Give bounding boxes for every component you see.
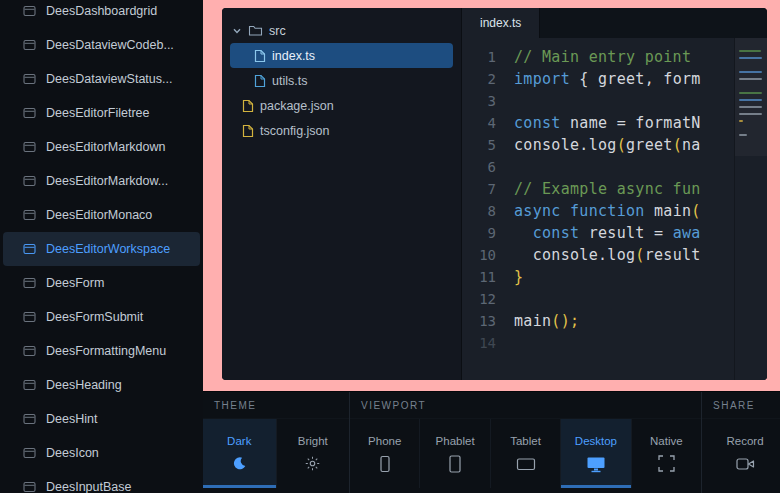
code-line: 7// Example async fun bbox=[462, 178, 733, 200]
story-icon bbox=[23, 175, 36, 187]
story-icon bbox=[23, 277, 36, 289]
story-icon bbox=[23, 447, 36, 459]
phone-button[interactable]: Phone bbox=[350, 419, 419, 488]
toolbar-group-share: SHARERecord bbox=[701, 392, 780, 493]
line-number: 9 bbox=[462, 225, 514, 241]
editor-workspace-preview: srcindex.tsutils.tspackage.jsontsconfig.… bbox=[222, 8, 767, 380]
line-number: 11 bbox=[462, 269, 514, 285]
sidebar-item-deesformattingmenu[interactable]: DeesFormattingMenu bbox=[3, 334, 200, 368]
minimap-mark bbox=[739, 50, 761, 52]
folder-icon bbox=[248, 24, 263, 37]
line-content: const name = formatN bbox=[514, 114, 733, 132]
editor-tab-index-ts[interactable]: index.ts bbox=[462, 8, 540, 38]
story-icon bbox=[23, 5, 36, 17]
tree-file-package-json[interactable]: package.json bbox=[230, 93, 453, 118]
sidebar-item-deesform[interactable]: DeesForm bbox=[3, 266, 200, 300]
phablet-button[interactable]: Phablet bbox=[419, 419, 489, 488]
story-icon bbox=[23, 413, 36, 425]
toolbar-buttons: PhonePhabletTabletDesktopNative bbox=[350, 419, 701, 488]
toolbar-button-label: Tablet bbox=[510, 435, 541, 447]
sidebar-item-label: DeesEditorMarkdown bbox=[46, 140, 166, 154]
sidebar-item-deesdataviewstatus[interactable]: DeesDataviewStatus... bbox=[3, 62, 200, 96]
toolbar-button-label: Record bbox=[726, 435, 763, 447]
minimap-mark bbox=[739, 113, 762, 115]
sidebar-item-deesheading[interactable]: DeesHeading bbox=[3, 368, 200, 402]
sidebar-list: DeesDashboardgridDeesDataviewCodeb...Dee… bbox=[0, 0, 203, 493]
tree-folder-src[interactable]: src bbox=[230, 18, 453, 43]
story-icon bbox=[23, 39, 36, 51]
sidebar-item-label: DeesEditorWorkspace bbox=[46, 242, 170, 256]
minimap[interactable] bbox=[734, 38, 767, 380]
desktop-button[interactable]: Desktop bbox=[560, 419, 630, 488]
chevron-down-icon bbox=[232, 26, 242, 36]
line-number: 14 bbox=[462, 335, 514, 351]
minimap-mark bbox=[739, 106, 762, 108]
sidebar-item-label: DeesFormSubmit bbox=[46, 310, 143, 324]
sidebar-item-deeseditormonaco[interactable]: DeesEditorMonaco bbox=[3, 198, 200, 232]
sidebar-item-deesdataviewcodeb[interactable]: DeesDataviewCodeb... bbox=[3, 28, 200, 62]
code-line: 13main(); bbox=[462, 310, 733, 332]
line-content: import { greet, form bbox=[514, 70, 733, 88]
toolbar-group-theme: THEMEDarkBright bbox=[203, 392, 349, 493]
sidebar-item-label: DeesHeading bbox=[46, 378, 122, 392]
minimap-mark bbox=[739, 99, 762, 101]
tree-file-tsconfig-json[interactable]: tsconfig.json bbox=[230, 118, 453, 143]
sidebar-item-label: DeesEditorFiletree bbox=[46, 106, 150, 120]
line-number: 5 bbox=[462, 137, 514, 153]
code-line: 1// Main entry point bbox=[462, 46, 733, 68]
code-line: 14 bbox=[462, 332, 733, 354]
line-number: 8 bbox=[462, 203, 514, 219]
sidebar-item-deeshint[interactable]: DeesHint bbox=[3, 402, 200, 436]
sidebar-item-deeseditormarkdow[interactable]: DeesEditorMarkdow... bbox=[3, 164, 200, 198]
sidebar-item-deeseditorfiletree[interactable]: DeesEditorFiletree bbox=[3, 96, 200, 130]
code-line: 5console.log(greet(na bbox=[462, 134, 733, 156]
line-number: 12 bbox=[462, 291, 514, 307]
code-line: 12 bbox=[462, 288, 733, 310]
file-tree: srcindex.tsutils.tspackage.jsontsconfig.… bbox=[222, 8, 462, 380]
toolbar-group-label: VIEWPORT bbox=[350, 392, 701, 419]
line-content: const result = awa bbox=[514, 224, 733, 242]
sidebar-item-deesformsubmit[interactable]: DeesFormSubmit bbox=[3, 300, 200, 334]
editor-tab-bar: index.ts bbox=[462, 8, 767, 38]
bright-button[interactable]: Bright bbox=[276, 419, 350, 488]
minimap-mark bbox=[739, 134, 747, 136]
record-button[interactable]: Record bbox=[710, 419, 780, 488]
toolbar-group-viewport: VIEWPORTPhonePhabletTabletDesktopNative bbox=[349, 392, 701, 493]
native-button[interactable]: Native bbox=[631, 419, 701, 488]
code-line: 9 const result = awa bbox=[462, 222, 733, 244]
toolbar-group-label: THEME bbox=[203, 392, 349, 419]
toolbar-button-label: Phablet bbox=[436, 435, 475, 447]
tree-item-label: src bbox=[269, 24, 286, 38]
sidebar-item-deesdashboardgrid[interactable]: DeesDashboardgrid bbox=[3, 0, 200, 28]
story-icon bbox=[23, 73, 36, 85]
tree-item-label: package.json bbox=[260, 99, 334, 113]
preview-canvas: srcindex.tsutils.tspackage.jsontsconfig.… bbox=[203, 0, 780, 391]
app-window: DeesDashboardgridDeesDataviewCodeb...Dee… bbox=[0, 0, 780, 493]
sidebar-item-deesicon[interactable]: DeesIcon bbox=[3, 436, 200, 470]
line-number: 6 bbox=[462, 159, 514, 175]
code-line: 8async function main( bbox=[462, 200, 733, 222]
sidebar-item-deeseditormarkdown[interactable]: DeesEditorMarkdown bbox=[3, 130, 200, 164]
toolbar-buttons: Record bbox=[702, 419, 780, 488]
line-number: 7 bbox=[462, 181, 514, 197]
line-number: 3 bbox=[462, 93, 514, 109]
sidebar-item-deesinputbase[interactable]: DeesInputBase bbox=[3, 470, 200, 493]
editor-body[interactable]: 1// Main entry point2import { greet, for… bbox=[462, 38, 767, 380]
ts-file-icon bbox=[254, 49, 266, 63]
minimap-mark bbox=[739, 120, 743, 122]
sidebar-item-label: DeesEditorMonaco bbox=[46, 208, 152, 222]
tree-item-label: index.ts bbox=[272, 49, 315, 63]
toolbar-button-label: Desktop bbox=[575, 435, 617, 447]
phone-icon bbox=[376, 455, 394, 473]
sidebar-item-deeseditorworkspace[interactable]: DeesEditorWorkspace bbox=[3, 232, 200, 266]
story-icon bbox=[23, 481, 36, 493]
moon-icon bbox=[232, 455, 247, 473]
sun-icon bbox=[305, 455, 320, 473]
sidebar-item-label: DeesForm bbox=[46, 276, 104, 290]
tree-file-index-ts[interactable]: index.ts bbox=[230, 43, 453, 68]
tree-file-utils-ts[interactable]: utils.ts bbox=[230, 68, 453, 93]
toolbar-group-label: SHARE bbox=[702, 392, 780, 419]
line-number: 1 bbox=[462, 49, 514, 65]
tablet-button[interactable]: Tablet bbox=[490, 419, 560, 488]
dark-button[interactable]: Dark bbox=[203, 419, 276, 488]
